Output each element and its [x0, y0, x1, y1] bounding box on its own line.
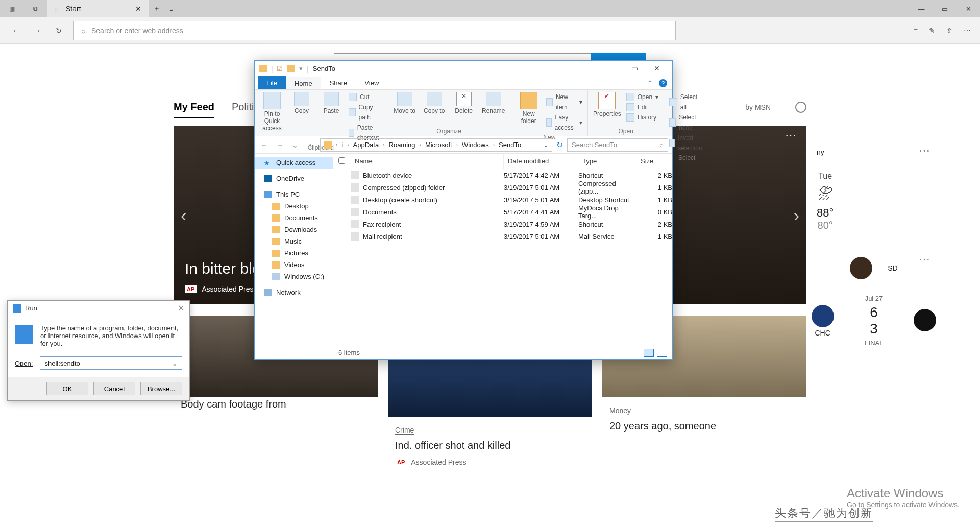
tree-network[interactable]: Network: [255, 286, 333, 298]
large-icons-view-icon[interactable]: [657, 349, 667, 357]
minimize-button[interactable]: —: [601, 64, 623, 73]
file-row[interactable]: Documents5/17/2017 4:41 AMMyDocs Drop Ta…: [333, 206, 672, 218]
weather-widget[interactable]: ⋯ ny Tue ⛈ 88° 80°: [807, 141, 940, 241]
invert-selection-button[interactable]: Invert selection: [669, 133, 704, 153]
tab-my-feed[interactable]: My Feed: [174, 101, 214, 113]
new-item-button[interactable]: New item ▾: [546, 92, 582, 112]
tree-documents[interactable]: Documents: [255, 212, 333, 224]
copy-path-button[interactable]: Copy path: [349, 102, 382, 123]
refresh-button[interactable]: ↻: [52, 24, 65, 37]
browser-tab-start[interactable]: ▦ Start ✕: [47, 0, 149, 17]
recent-locations-icon[interactable]: ⌄: [289, 141, 301, 149]
tree-this-pc[interactable]: This PC: [255, 188, 333, 200]
collapse-ribbon-icon[interactable]: ⌃: [647, 79, 653, 87]
maximize-button[interactable]: ▭: [623, 64, 646, 73]
ok-button[interactable]: OK: [46, 382, 88, 395]
share-icon[interactable]: ⇪: [946, 27, 952, 35]
gear-icon[interactable]: [795, 102, 806, 113]
open-button[interactable]: Open ▾: [626, 92, 658, 102]
more-icon[interactable]: ⋯: [964, 27, 971, 35]
crumb[interactable]: Roaming: [389, 141, 415, 149]
select-none-button[interactable]: Select none: [669, 112, 704, 133]
breadcrumb-bar[interactable]: › i› AppData› Roaming› Microsoft› Window…: [320, 138, 552, 152]
copy-to-button[interactable]: Copy to: [422, 92, 447, 114]
delete-button[interactable]: ✕Delete: [452, 92, 476, 114]
tree-drive-c[interactable]: Windows (C:): [255, 271, 333, 282]
copy-button[interactable]: Copy: [289, 92, 314, 114]
explorer-titlebar[interactable]: | ☑ ▾ | SendTo — ▭ ✕: [255, 61, 672, 76]
crumb[interactable]: Windows: [462, 141, 489, 149]
reading-list-icon[interactable]: ≡: [914, 27, 918, 35]
qat-checkbox-icon[interactable]: ☑: [277, 65, 283, 73]
chevron-down-icon[interactable]: ⌄: [172, 360, 178, 367]
minimize-button[interactable]: —: [910, 0, 933, 17]
edit-button[interactable]: Edit: [626, 102, 658, 112]
tree-quick-access[interactable]: ★Quick access: [255, 157, 333, 169]
crumb[interactable]: AppData: [353, 141, 379, 149]
cancel-button[interactable]: Cancel: [93, 382, 135, 395]
tree-downloads[interactable]: Downloads: [255, 224, 333, 235]
browse-button[interactable]: Browse...: [140, 382, 182, 395]
col-date[interactable]: Date modified: [504, 154, 578, 169]
tree-desktop[interactable]: Desktop: [255, 200, 333, 212]
explorer-search[interactable]: Search SendTo ⌕: [567, 138, 668, 152]
column-headers[interactable]: Name Date modified Type Size: [333, 154, 672, 169]
run-titlebar[interactable]: Run ✕: [8, 301, 189, 316]
tab-preview-icon[interactable]: ▥: [0, 0, 23, 17]
col-size[interactable]: Size: [636, 154, 672, 169]
address-bar[interactable]: ⌕ Search or enter web address: [74, 21, 676, 40]
tree-pictures[interactable]: Pictures: [255, 247, 333, 259]
forward-button[interactable]: →: [31, 24, 44, 37]
tree-videos[interactable]: Videos: [255, 259, 333, 271]
new-folder-button[interactable]: New folder: [517, 92, 541, 125]
up-button[interactable]: ↑: [305, 141, 316, 149]
forward-button[interactable]: →: [274, 141, 285, 149]
ribbon-tab-share[interactable]: Share: [321, 76, 356, 89]
cut-button[interactable]: Cut: [349, 92, 382, 102]
paste-button[interactable]: Paste: [319, 92, 344, 114]
card-more-icon[interactable]: ⋯: [919, 253, 931, 266]
back-button[interactable]: ←: [9, 24, 22, 37]
file-row[interactable]: Mail recipient3/19/2017 5:01 AMMail Serv…: [333, 230, 672, 243]
open-combobox[interactable]: shell:sendto ⌄: [40, 356, 182, 370]
maximize-button[interactable]: ▭: [933, 0, 957, 17]
history-button[interactable]: History: [626, 112, 658, 123]
col-type[interactable]: Type: [578, 154, 636, 169]
ribbon-tab-view[interactable]: View: [356, 76, 387, 89]
qat-dropdown-icon[interactable]: ▾: [299, 65, 303, 73]
close-icon[interactable]: ✕: [178, 303, 184, 313]
move-to-button[interactable]: Move to: [393, 92, 417, 114]
card-more-icon[interactable]: ⋯: [919, 144, 931, 157]
back-button[interactable]: ←: [259, 141, 270, 149]
details-view-icon[interactable]: [644, 349, 654, 357]
close-tab-icon[interactable]: ✕: [135, 5, 141, 13]
select-all-checkbox[interactable]: [338, 157, 345, 164]
hero-prev-icon[interactable]: ‹: [181, 205, 186, 225]
easy-access-button[interactable]: Easy access ▾: [546, 112, 582, 133]
file-row[interactable]: Compressed (zipped) folder3/19/2017 5:01…: [333, 181, 672, 194]
new-tab-icon[interactable]: ＋: [153, 4, 160, 13]
crumb[interactable]: SendTo: [499, 141, 521, 149]
rename-button[interactable]: Rename: [481, 92, 506, 114]
notes-icon[interactable]: ✎: [929, 27, 935, 35]
help-icon[interactable]: ?: [659, 79, 667, 87]
close-button[interactable]: ✕: [646, 64, 668, 73]
close-button[interactable]: ✕: [957, 0, 980, 17]
chevron-down-icon[interactable]: ⌄: [543, 141, 549, 149]
ribbon-tab-file[interactable]: File: [258, 76, 286, 89]
sports-widget[interactable]: ⋯ SD CHC Jul 27 6 3 FINAL: [807, 250, 940, 356]
crumb[interactable]: i: [341, 141, 343, 149]
ribbon-tab-home[interactable]: Home: [286, 77, 321, 89]
set-aside-tabs-icon[interactable]: ⧉: [23, 0, 47, 17]
tree-onedrive[interactable]: OneDrive: [255, 173, 333, 184]
hero-next-icon[interactable]: ›: [794, 205, 799, 225]
card-more-icon[interactable]: ⋯: [785, 129, 797, 142]
properties-button[interactable]: ✔Properties: [593, 92, 621, 117]
col-name[interactable]: Name: [351, 154, 504, 169]
tab-menu-icon[interactable]: ⌄: [168, 5, 175, 13]
select-all-button[interactable]: Select all: [669, 92, 704, 112]
crumb[interactable]: Microsoft: [425, 141, 452, 149]
tree-music[interactable]: Music: [255, 235, 333, 247]
pin-quick-access-button[interactable]: Pin to Quick access: [260, 92, 284, 132]
refresh-icon[interactable]: ↻: [556, 140, 563, 150]
